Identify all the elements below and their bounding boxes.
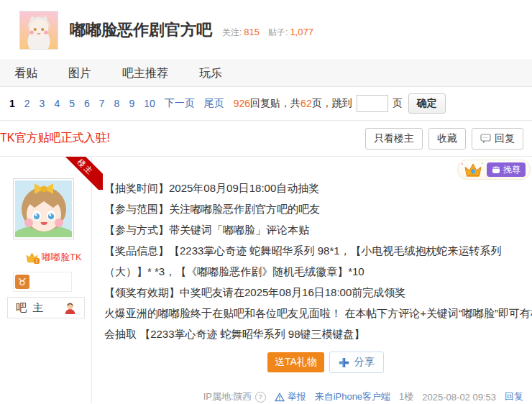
help-icon[interactable]: ? — [255, 392, 266, 403]
page-link[interactable]: 9 — [129, 98, 134, 109]
level-number: 1 — [34, 258, 40, 264]
ip-location: IP属地:陕西 ? — [203, 390, 266, 403]
send-gift-button[interactable]: 送TA礼物 — [267, 352, 324, 372]
wanzun-label: 挽尊 — [503, 164, 520, 176]
forum-stats: 关注: 815 贴子: 1,077 — [222, 27, 322, 39]
reply-button-label: 回复 — [495, 132, 515, 145]
page-link[interactable]: 6 — [84, 98, 90, 109]
reply-button[interactable]: 回复 — [472, 128, 523, 150]
last-page-link[interactable]: 尾页 — [204, 97, 224, 110]
post-footer: IP属地:陕西 ? 举报 来自iPhone客户端 1楼 2025-08-02 0… — [92, 390, 532, 403]
favorite-button[interactable]: 收藏 — [428, 128, 466, 150]
forum-title[interactable]: 嘟嘟脸恶作剧官方吧 — [70, 19, 212, 41]
thread-title: TK官方贴吧正式入驻! — [0, 131, 110, 146]
pagination-summary: 926 回复贴，共 62 页，跳到 页 确定 — [234, 93, 446, 114]
tieba-page: 嘟嘟脸恶作剧官方吧 关注: 815 贴子: 1,077 看贴 图片 吧主推荐 玩… — [0, 0, 532, 403]
confirm-button[interactable]: 确定 — [408, 93, 446, 114]
page-link[interactable]: 5 — [69, 98, 75, 109]
page-link[interactable]: 10 — [144, 98, 155, 109]
author-ribbon-label: 楼主 — [61, 157, 103, 190]
post-1: 楼主 — [0, 156, 532, 403]
posts-count: 1,077 — [290, 27, 313, 37]
author-sidebar: 楼主 — [0, 157, 92, 403]
fist-icon — [492, 165, 500, 174]
share-button-label: 分享 — [354, 356, 375, 369]
tab-view-posts[interactable]: 看贴 — [14, 66, 37, 81]
footer-reply-link[interactable]: 回复 — [505, 390, 523, 403]
page-link[interactable]: 7 — [99, 98, 105, 109]
crown-icon — [464, 162, 482, 178]
next-page-link[interactable]: 下一页 — [165, 97, 195, 110]
gift-row: 送TA礼物 分享 — [267, 352, 532, 373]
page-current: 1 — [9, 98, 15, 109]
report-link[interactable]: 举报 — [275, 390, 306, 403]
moderator-box[interactable]: 吧 主 — [7, 297, 85, 318]
level-crown-icon: 1 — [26, 252, 38, 263]
page-link[interactable]: 4 — [54, 98, 60, 109]
posts-label: 贴子: — [268, 27, 288, 39]
pagination-bar: 1 2 3 4 5 6 7 8 9 10 下一页 尾页 926 回复贴，共 62… — [0, 87, 532, 121]
speech-bubble-icon — [480, 134, 491, 144]
client-source[interactable]: 来自iPhone客户端 — [315, 390, 390, 403]
reply-count: 926 — [234, 98, 250, 109]
forum-avatar[interactable] — [19, 11, 58, 50]
floor-label: 1楼 — [399, 390, 413, 403]
page-link[interactable]: 8 — [114, 98, 120, 109]
follow-label: 关注: — [222, 27, 242, 39]
page-link[interactable]: 2 — [24, 98, 30, 109]
warning-triangle-icon — [275, 392, 285, 402]
post-content: 【抽奖时间】2025年08月09日18:00自动抽奖 【参与范围】关注嘟嘟脸恶作… — [92, 157, 532, 344]
report-label: 举报 — [288, 390, 306, 403]
thread-actions: 只看楼主 收藏 回复 — [365, 128, 523, 150]
ip-location-label: IP属地:陕西 — [203, 390, 252, 403]
jump-prefix: 页，跳到 — [312, 97, 352, 110]
page-link[interactable]: 3 — [40, 98, 45, 109]
forum-header: 嘟嘟脸恶作剧官方吧 关注: 815 贴子: 1,077 — [0, 0, 532, 60]
author-badge-box[interactable]: ♉ — [13, 272, 72, 292]
zodiac-badge-icon: ♉ — [15, 275, 29, 289]
tab-images[interactable]: 图片 — [68, 66, 91, 81]
forum-avatar-art — [20, 12, 58, 49]
tab-moderator-picks[interactable]: 吧主推荐 — [122, 66, 168, 81]
wanzun-pill: 挽尊 — [457, 160, 531, 180]
author-name[interactable]: 嘟嘟脸TK — [42, 251, 82, 264]
post-main: 挽尊 【抽奖时间】2025年08月09日18:00自动抽奖 【参与范围】关注嘟嘟… — [92, 157, 532, 403]
thread-title-row: TK官方贴吧正式入驻! 只看楼主 收藏 回复 — [0, 121, 532, 156]
jump-page-input[interactable] — [357, 95, 388, 112]
tab-bar: 看贴 图片 吧主推荐 玩乐 — [0, 60, 532, 87]
reply-suffix: 回复贴，共 — [250, 97, 301, 110]
author-name-row: 1 嘟嘟脸TK — [0, 251, 91, 264]
moderator-label: 吧 主 — [16, 301, 45, 315]
wanzun-button[interactable]: 挽尊 — [487, 162, 526, 177]
share-button[interactable]: 分享 — [329, 352, 384, 373]
tab-fun[interactable]: 玩乐 — [199, 66, 222, 81]
follow-count: 815 — [244, 27, 260, 37]
view-author-button[interactable]: 只看楼主 — [365, 128, 423, 150]
post-timestamp: 2025-08-02 09:53 — [422, 392, 496, 403]
total-pages: 62 — [301, 98, 312, 109]
page-unit: 页 — [393, 97, 403, 110]
plus-icon — [339, 357, 349, 368]
author-ribbon: 楼主 — [61, 157, 103, 190]
moderator-person-icon — [64, 302, 76, 314]
